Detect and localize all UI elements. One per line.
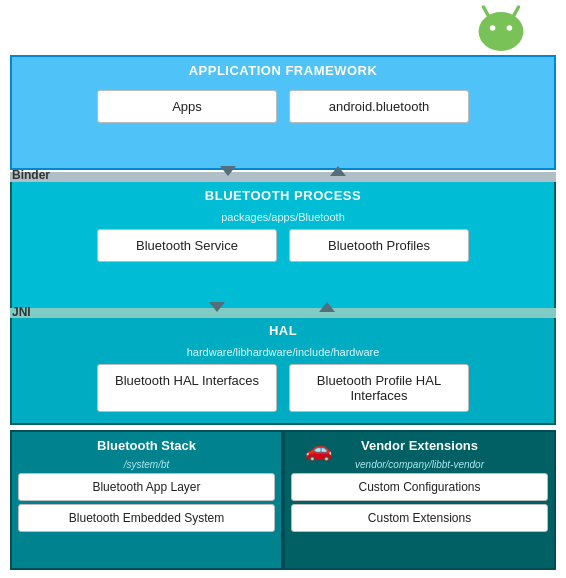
bt-profiles-box: Bluetooth Profiles bbox=[289, 229, 469, 262]
bt-app-layer-box: Bluetooth App Layer bbox=[18, 473, 275, 501]
bt-embedded-system-box: Bluetooth Embedded System bbox=[18, 504, 275, 532]
app-framework-boxes: Apps android.bluetooth bbox=[12, 90, 554, 123]
svg-point-2 bbox=[479, 12, 524, 51]
app-framework-section: APPLICATION FRAMEWORK Apps android.bluet… bbox=[10, 55, 556, 170]
android-bluetooth-box: android.bluetooth bbox=[289, 90, 469, 123]
bt-hal-interfaces-box: Bluetooth HAL Interfaces bbox=[97, 364, 277, 412]
custom-extensions-box: Custom Extensions bbox=[291, 504, 548, 532]
app-framework-title: APPLICATION FRAMEWORK bbox=[12, 57, 554, 84]
bt-process-title: BLUETOOTH PROCESS bbox=[12, 182, 554, 209]
custom-configurations-box: Custom Configurations bbox=[291, 473, 548, 501]
hal-boxes: Bluetooth HAL Interfaces Bluetooth Profi… bbox=[12, 364, 554, 412]
hal-title: HAL bbox=[12, 317, 554, 344]
jni-label: JNI bbox=[12, 305, 31, 319]
bt-process-sub-label: packages/apps/Bluetooth bbox=[12, 211, 554, 223]
svg-point-3 bbox=[490, 25, 496, 31]
svg-point-4 bbox=[507, 25, 513, 31]
diagram-container: APPLICATION FRAMEWORK Apps android.bluet… bbox=[0, 0, 566, 578]
bt-stack-section: Bluetooth Stack /system/bt Bluetooth App… bbox=[10, 430, 283, 570]
binder-label: Binder bbox=[12, 168, 50, 182]
apps-box: Apps bbox=[97, 90, 277, 123]
bt-process-section: BLUETOOTH PROCESS packages/apps/Bluetoot… bbox=[10, 180, 556, 310]
hal-section: HAL hardware/libhardware/include/hardwar… bbox=[10, 315, 556, 425]
bt-service-box: Bluetooth Service bbox=[97, 229, 277, 262]
bt-profile-hal-interfaces-box: Bluetooth Profile HAL Interfaces bbox=[289, 364, 469, 412]
bt-stack-sub-label: /system/bt bbox=[12, 459, 281, 470]
bluetooth-car-icon: 🚗 bbox=[305, 437, 332, 463]
hal-sub-label: hardware/libhardware/include/hardware bbox=[12, 346, 554, 358]
bottom-section: Bluetooth Stack /system/bt Bluetooth App… bbox=[10, 430, 556, 570]
bt-stack-title: Bluetooth Stack bbox=[12, 432, 281, 459]
binder-divider bbox=[10, 172, 556, 182]
bt-process-boxes: Bluetooth Service Bluetooth Profiles bbox=[12, 229, 554, 262]
jni-divider bbox=[10, 308, 556, 318]
